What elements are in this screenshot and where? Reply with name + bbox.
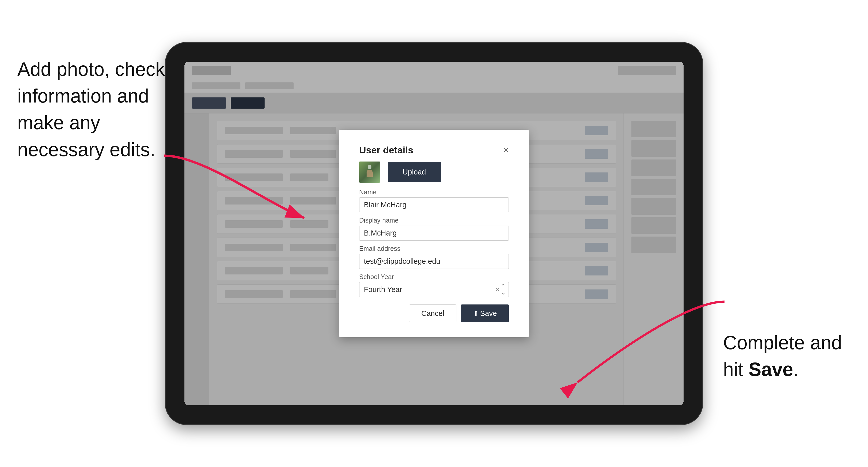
school-year-label: School Year (359, 273, 509, 281)
email-input[interactable] (359, 254, 509, 269)
modal-header: User details × (359, 145, 509, 156)
annotation-right-end: . (793, 359, 799, 380)
school-year-input[interactable] (359, 282, 509, 297)
scene: Add photo, checkinformation andmake anyn… (0, 0, 868, 467)
right-arrow (556, 294, 747, 397)
display-name-field: Display name (359, 217, 509, 240)
annotation-right-bold: Save (749, 359, 793, 380)
email-field: Email address (359, 245, 509, 269)
close-icon[interactable]: × (503, 145, 509, 155)
clear-icon[interactable]: × (496, 286, 500, 293)
school-year-arrow-icon[interactable]: ⌃⌄ (501, 283, 506, 295)
email-label: Email address (359, 245, 509, 252)
save-button[interactable]: ⬆ Save (461, 305, 509, 322)
user-details-modal: User details × (339, 130, 529, 337)
person-silhouette (364, 165, 375, 180)
name-label: Name (359, 188, 509, 196)
annotation-left: Add photo, checkinformation andmake anyn… (17, 56, 165, 163)
school-year-controls: × ⌃⌄ (496, 283, 506, 295)
name-field: Name (359, 188, 509, 212)
display-name-label: Display name (359, 217, 509, 224)
save-label: Save (480, 309, 497, 318)
left-arrow (156, 140, 312, 234)
upload-button[interactable]: Upload (388, 162, 441, 182)
name-input[interactable] (359, 197, 509, 212)
save-icon: ⬆ (473, 309, 479, 317)
person-body (367, 170, 373, 177)
user-photo-thumb (359, 161, 380, 182)
modal-title: User details (359, 145, 413, 156)
person-head (368, 165, 371, 169)
school-year-wrapper: × ⌃⌄ (359, 282, 509, 297)
modal-footer: Cancel ⬆ Save (359, 305, 509, 322)
annotation-left-text: Add photo, checkinformation andmake anyn… (17, 59, 165, 160)
photo-thumb-inner (359, 161, 380, 182)
display-name-input[interactable] (359, 226, 509, 241)
school-year-field: School Year × ⌃⌄ (359, 273, 509, 297)
photo-section: Upload (359, 161, 509, 182)
cancel-button[interactable]: Cancel (409, 305, 456, 322)
